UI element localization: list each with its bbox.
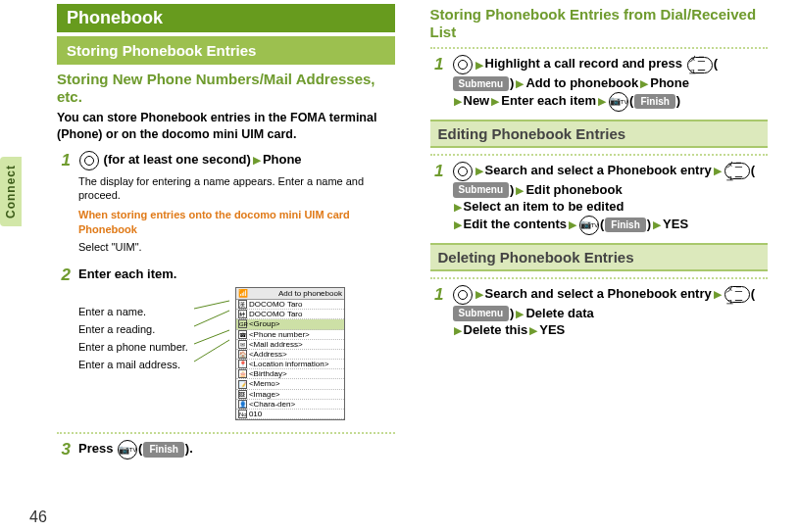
step-note: The display for entering a name appears.… — [78, 174, 395, 203]
nav-arrow-icon: ▶ — [474, 59, 485, 71]
nav-arrow-icon: ▶ — [452, 95, 464, 107]
store-step-1: 1 ▶Highlight a call record and press メニュ… — [430, 55, 769, 112]
sc-field-icon: GR — [238, 319, 247, 328]
sc-value: <Mail address> — [249, 340, 303, 349]
sc-row-group: GR<Group> — [236, 319, 344, 329]
softkey-finish: Finish — [143, 442, 183, 458]
sc-row-mail: ✉<Mail address> — [236, 340, 344, 350]
sc-value: 010 — [249, 410, 262, 418]
t: Add to phonebook — [525, 75, 638, 90]
sc-field-icon: 漢 — [238, 300, 247, 309]
paren-open: ( — [629, 93, 633, 108]
camera-key-icon: 📷TV — [609, 92, 628, 112]
paren-close: ) — [676, 93, 680, 108]
nav-arrow-icon: ▶ — [489, 95, 501, 107]
center-key-icon — [453, 55, 473, 74]
nav-arrow-icon: ▶ — [452, 324, 464, 336]
step-text: Enter each item. — [78, 266, 176, 281]
t: YES — [663, 217, 688, 231]
svg-line-0 — [194, 301, 229, 309]
page-number: 46 — [29, 508, 47, 526]
sc-signal-icon: 📶 — [238, 289, 248, 298]
nav-arrow-icon: ▶ — [596, 95, 608, 107]
svg-line-2 — [194, 330, 229, 344]
page-content: Phonebook Storing Phonebook Entries Stor… — [0, 0, 799, 465]
subsection-head: Storing New Phone Numbers/Mail Addresses… — [57, 71, 395, 106]
nav-arrow-icon: ▶ — [514, 77, 525, 89]
sc-field-icon: ✉ — [238, 340, 247, 349]
paren-close: ). — [185, 442, 193, 457]
step-1: 1 (for at least one second)▶Phone The di… — [57, 151, 395, 260]
t: Search and select a Phonebook entry — [485, 286, 712, 301]
field-labels-block: Enter a name. Enter a reading. Enter a p… — [78, 287, 395, 420]
nav-arrow-icon: ▶ — [567, 218, 578, 230]
edit-step-1: 1 ▶Search and select a Phonebook entry▶メ… — [430, 162, 769, 235]
sc-field-icon: ☎ — [238, 330, 247, 339]
t: Enter each item — [501, 93, 596, 108]
nav-arrow-icon: ▶ — [514, 308, 525, 319]
sc-value: <Chara-den> — [249, 400, 295, 409]
uim-note-body: Select "UIM". — [78, 240, 395, 254]
menu-key-icon: メニュー — [724, 163, 750, 179]
sc-field-icon: No — [238, 410, 247, 418]
dotted-divider — [430, 154, 769, 156]
menu-key-icon: メニュー — [724, 286, 750, 303]
sc-field-icon: 🖼 — [238, 390, 247, 399]
softkey-finish: Finish — [605, 218, 645, 233]
center-key-icon — [453, 285, 473, 305]
section-subtitle: Storing Phonebook Entries — [57, 36, 395, 65]
paren-open: ( — [714, 56, 718, 71]
softkey-finish: Finish — [634, 94, 674, 110]
sc-field-icon: 👤 — [238, 400, 247, 409]
sc-value: <Phone number> — [249, 330, 310, 339]
right-column: Storing Phonebook Entries from Dial/Rece… — [407, 4, 780, 465]
sc-value: <Location information> — [249, 360, 328, 368]
softkey-submenu: Submenu — [453, 182, 510, 198]
camera-key-icon: 📷TV — [118, 440, 137, 459]
nav-arrow-icon: ▶ — [452, 201, 464, 213]
step-number: 1 — [430, 162, 444, 235]
dotted-divider — [430, 277, 769, 279]
step-number: 1 — [57, 151, 71, 260]
label-name: Enter a name. — [78, 303, 188, 320]
step-3: 3 Press 📷TV(Finish). — [57, 440, 395, 459]
sc-field-icon: 📍 — [238, 360, 247, 368]
t: Edit the contents — [464, 217, 567, 231]
label-mail: Enter a mail address. — [78, 356, 188, 373]
sc-value: <Group> — [249, 319, 280, 328]
field-label-list: Enter a name. Enter a reading. Enter a p… — [78, 287, 188, 374]
sc-row-charaden: 👤<Chara-den> — [236, 400, 344, 410]
sc-value: <Birthday> — [249, 369, 287, 378]
sc-value: DOCOMO Taro — [249, 300, 303, 309]
sc-row-location: 📍<Location information> — [236, 360, 344, 369]
subsection-head: Storing Phonebook Entries from Dial/Rece… — [430, 6, 769, 41]
sc-row-image: 🖼<Image> — [236, 390, 344, 400]
t: Delete this — [464, 322, 528, 337]
step-body: Enter each item. Enter a name. Enter a r… — [78, 266, 395, 426]
sc-row-reading: ｶﾅDOCOMO Taro — [236, 310, 344, 319]
paren-open: ( — [751, 163, 755, 177]
label-phone: Enter a phone number. — [78, 338, 188, 356]
sc-field-icon: 🎂 — [238, 369, 247, 378]
svg-line-3 — [194, 340, 229, 362]
sc-title-text: Add to phonebook — [278, 289, 342, 298]
sc-value: <Address> — [249, 350, 287, 359]
lead-text: You can store Phonebook entries in the F… — [57, 110, 395, 143]
sc-field-icon: 🏠 — [238, 350, 247, 359]
delete-section-header: Deleting Phonebook Entries — [430, 243, 769, 271]
t: New — [464, 93, 490, 108]
step-text-a: Press — [78, 442, 117, 457]
step-number: 3 — [57, 440, 71, 459]
left-column: Phonebook Storing Phonebook Entries Stor… — [0, 4, 407, 465]
step-body: ▶Search and select a Phonebook entry▶メニュ… — [452, 285, 769, 339]
step-body: ▶Search and select a Phonebook entry▶メニュ… — [452, 162, 769, 235]
center-key-icon — [79, 151, 99, 170]
side-tab-connect: Connect — [0, 157, 22, 226]
t: Delete data — [525, 306, 593, 320]
dotted-divider — [430, 47, 769, 49]
step-number: 1 — [430, 55, 444, 112]
nav-arrow-icon: ▶ — [474, 165, 485, 176]
svg-line-1 — [194, 311, 229, 326]
nav-arrow-icon: ▶ — [251, 154, 263, 166]
step-body: Press 📷TV(Finish). — [78, 440, 395, 459]
